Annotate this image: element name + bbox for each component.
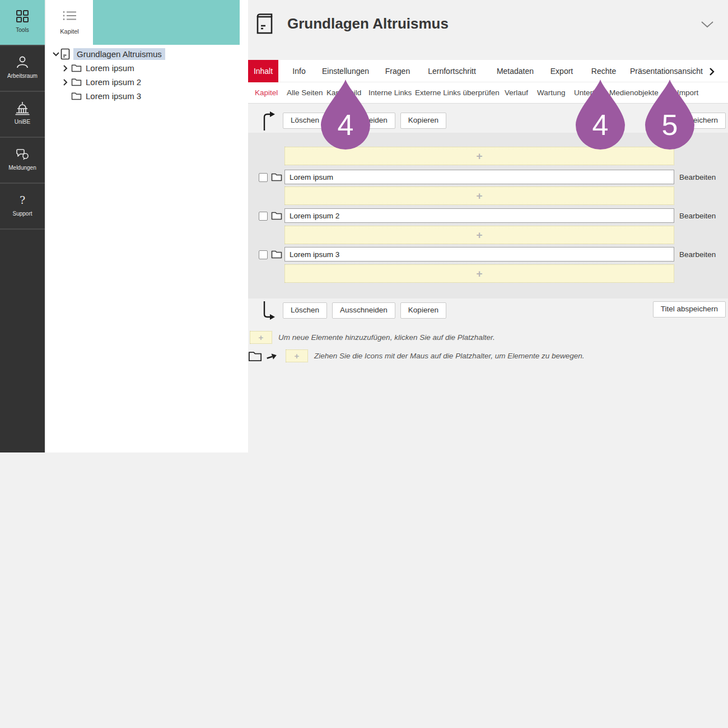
tab-metadaten[interactable]: Metadaten	[497, 60, 534, 82]
edit-link[interactable]: Bearbeiten	[679, 250, 716, 259]
cut-button[interactable]: Ausschneiden	[332, 302, 395, 319]
table-row: Bearbeiten	[248, 170, 728, 185]
chapter-title-input[interactable]	[284, 170, 674, 184]
sidebar-item-label: UniBE	[0, 119, 45, 125]
building-icon	[0, 100, 45, 116]
tree-node-label[interactable]: Lorem ipsum 2	[86, 77, 141, 87]
list-icon	[62, 10, 77, 21]
chapter-list-panel: + Bearbeiten + Bearbeiten + Bearb	[248, 133, 728, 298]
plus-icon: +	[259, 333, 264, 342]
tab-kapitel-tree[interactable]: Kapitel	[46, 0, 93, 45]
chat-icon	[0, 146, 45, 162]
sidebar-item-unibe[interactable]: UniBE	[0, 91, 45, 137]
tree-node-label[interactable]: Lorem ipsum	[86, 63, 134, 73]
learning-module-icon	[60, 48, 70, 60]
tree-node-chapter[interactable]: Lorem ipsum 2	[46, 75, 240, 89]
folder-icon[interactable]	[271, 211, 282, 222]
copy-button[interactable]: Kopieren	[400, 113, 446, 129]
tree-node-label[interactable]: Lorem ipsum 3	[86, 91, 141, 101]
teal-header-band	[93, 0, 240, 45]
grid-icon	[0, 8, 45, 24]
badge-number: 5	[662, 109, 678, 141]
collapse-chevron-icon[interactable]	[701, 20, 713, 30]
chapter-title-input[interactable]	[284, 208, 674, 223]
sidebar-item-support[interactable]: ? Support	[0, 183, 45, 228]
subtab-externe-links[interactable]: Externe Links überprüfen	[415, 82, 500, 104]
learning-module-icon	[255, 12, 274, 37]
question-icon: ?	[0, 192, 45, 208]
chevron-down-icon[interactable]	[53, 52, 60, 57]
folder-icon	[71, 92, 82, 100]
table-row: Bearbeiten	[248, 208, 728, 224]
hint-text: Ziehen Sie die Icons mit der Maus auf di…	[314, 352, 585, 360]
placeholder-chip: +	[250, 331, 272, 344]
folder-icon	[71, 64, 82, 72]
badge-number: 4	[592, 109, 609, 141]
divider	[0, 228, 45, 230]
chapter-tree: Grundlagen Altruismus Lorem ipsum Lo	[46, 47, 240, 103]
table-row: Bearbeiten	[248, 247, 728, 263]
annotation-badge-5: 5	[641, 79, 699, 150]
chevron-right-icon[interactable]	[63, 79, 71, 86]
tree-node-chapter[interactable]: Lorem ipsum 3	[46, 89, 240, 103]
placeholder-chip: +	[286, 349, 308, 362]
tab-inhalt[interactable]: Inhalt	[248, 60, 278, 82]
tree-node-chapter[interactable]: Lorem ipsum	[46, 61, 240, 75]
delete-button[interactable]: Löschen	[283, 302, 327, 319]
tree-node-root[interactable]: Grundlagen Altruismus	[46, 47, 240, 61]
tree-tab-label: Kapitel	[46, 28, 93, 35]
toolbar-bottom: Löschen Ausschneiden Kopieren Titel absp…	[248, 301, 728, 321]
tab-fragen[interactable]: Fragen	[385, 60, 410, 82]
hint-move-elements: + Ziehen Sie die Icons mit der Maus auf …	[248, 349, 585, 362]
chevron-right-icon[interactable]	[63, 65, 71, 72]
placeholder-drop-zone[interactable]: +	[284, 186, 674, 205]
badge-number: 4	[338, 109, 354, 141]
tab-export[interactable]: Export	[550, 60, 573, 82]
tree-node-label[interactable]: Grundlagen Altruismus	[73, 48, 165, 60]
edit-link[interactable]: Bearbeiten	[679, 212, 716, 220]
plus-icon: +	[476, 190, 482, 201]
folder-icon	[71, 78, 82, 86]
sidebar-item-label: Support	[0, 211, 45, 217]
plus-icon: +	[476, 151, 482, 161]
folder-icon[interactable]	[271, 172, 282, 184]
folder-icon[interactable]	[271, 250, 282, 261]
row-checkbox[interactable]	[259, 212, 268, 221]
save-title-button[interactable]: Titel abspeichern	[653, 301, 726, 318]
hint-text: Um neue Elemente hinzuzufügen, klicken S…	[278, 333, 495, 342]
row-checkbox[interactable]	[259, 173, 268, 182]
annotation-badge-4a: 4	[316, 79, 375, 150]
chapter-tree-panel: Kapitel Grundlagen Altruismus	[46, 0, 248, 452]
subtab-interne-links[interactable]: Interne Links	[368, 82, 412, 104]
sidebar-item-arbeitsraum[interactable]: Arbeitsraum	[0, 45, 45, 91]
sidebar-item-label: Meldungen	[0, 165, 45, 171]
move-arrow-icon	[265, 350, 278, 362]
subtab-kapitel[interactable]: Kapitel	[255, 82, 278, 104]
left-toolbar: Tools Arbeitsraum UniBE Meldungen	[0, 0, 45, 452]
placeholder-drop-zone[interactable]: +	[284, 264, 674, 283]
edit-link[interactable]: Bearbeiten	[679, 173, 716, 181]
subtab-wartung[interactable]: Wartung	[537, 82, 566, 104]
branch-up-arrow-icon	[262, 110, 276, 134]
sidebar-item-label: Tools	[0, 27, 45, 33]
chapter-title-input[interactable]	[284, 247, 674, 262]
page-title: Grundlagen Altruismus	[287, 15, 449, 32]
plus-icon: +	[476, 230, 482, 240]
tab-info[interactable]: Info	[292, 60, 305, 82]
plus-icon: +	[476, 268, 482, 279]
subtab-verlauf[interactable]: Verlauf	[505, 82, 528, 104]
row-checkbox[interactable]	[259, 250, 268, 259]
hint-add-elements: + Um neue Elemente hinzuzufügen, klicken…	[248, 331, 495, 344]
person-icon	[0, 54, 45, 70]
copy-button[interactable]: Kopieren	[400, 302, 446, 319]
plus-icon: +	[295, 352, 300, 360]
sidebar-item-label: Arbeitsraum	[0, 73, 45, 79]
annotation-badge-4b: 4	[571, 79, 629, 150]
tab-lernfortschritt[interactable]: Lernfortschritt	[428, 60, 476, 82]
sidebar-item-tools[interactable]: Tools	[0, 0, 45, 45]
chevron-right-icon[interactable]	[710, 68, 715, 78]
folder-icon	[248, 351, 262, 362]
branch-down-arrow-icon	[262, 300, 276, 324]
sidebar-item-meldungen[interactable]: Meldungen	[0, 137, 45, 183]
placeholder-drop-zone[interactable]: +	[284, 226, 674, 244]
